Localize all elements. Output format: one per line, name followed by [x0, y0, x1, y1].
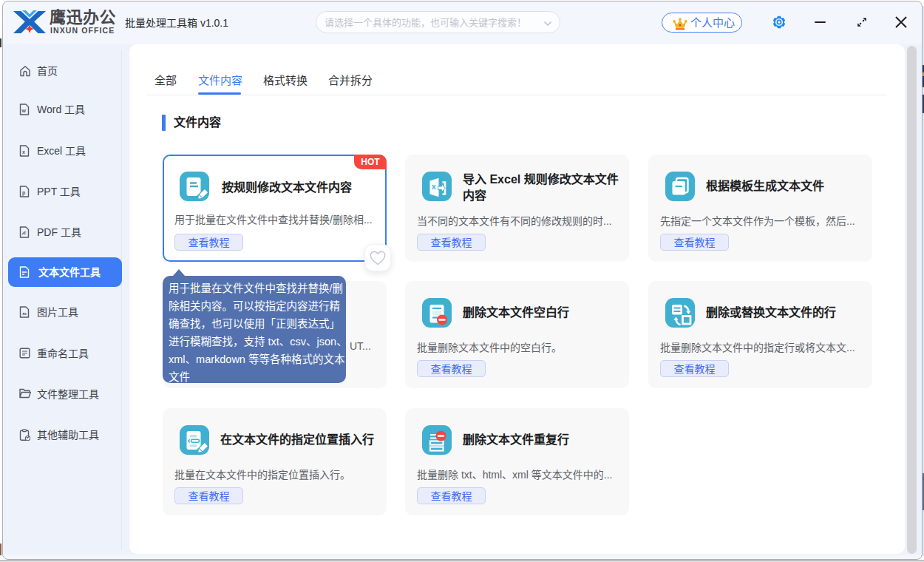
svg-text:x: x	[22, 149, 25, 155]
svg-text:p: p	[22, 190, 25, 196]
svg-text:x: x	[432, 182, 437, 191]
svg-text:w: w	[21, 108, 27, 113]
